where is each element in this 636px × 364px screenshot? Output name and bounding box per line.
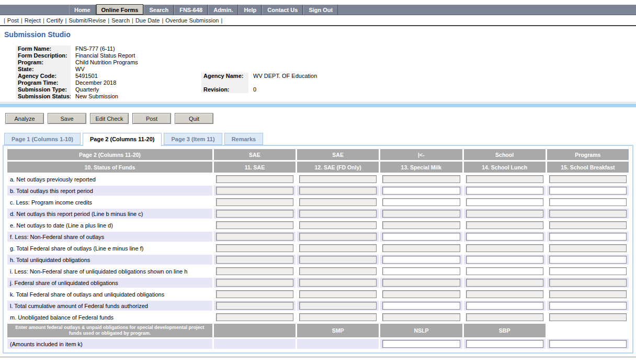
nav-online-forms[interactable]: Online Forms [96,4,144,15]
cell-a-11 [214,174,296,184]
table-row: c. Less: Program income credits [7,197,629,207]
cell-l-13 [380,301,462,311]
column-group-header-label: Page 2 (Columns 11-20) [7,149,212,160]
input-c-11 [216,198,293,206]
nav-contact-us[interactable]: Contact Us [262,5,303,15]
input-c-15[interactable] [549,198,627,206]
menu-submit-revise[interactable]: Submit/Revise [69,17,106,24]
column-header-sbp: SBP [464,324,546,337]
tab-page-3-item-11[interactable]: Page 3 (Item 11) [164,133,222,145]
cell-f-13 [380,232,462,242]
quit-button[interactable]: Quit [175,113,213,124]
input-c-13[interactable] [382,198,460,206]
cell-d-13 [380,209,462,219]
input-f-14[interactable] [466,233,543,241]
input-e-13 [382,221,460,229]
input-k-14 [466,290,543,298]
details-table: Form Name:FNS-777 (6-11)Form Description… [16,46,617,100]
detail-value-empty [248,79,617,86]
column-group-header-col3: |<- [380,149,462,160]
nav-help[interactable]: Help [238,5,262,15]
menu-certify[interactable]: Certify [47,17,63,24]
save-button[interactable]: Save [48,113,86,124]
input-h-13[interactable] [382,256,460,264]
cell-e-14 [464,220,546,230]
menu-reject[interactable]: Reject [25,17,41,24]
input-amounts-smp[interactable] [382,340,460,348]
row-label-i: i. Less: Non-Federal share of unliquidat… [7,266,212,276]
input-e-11 [216,221,293,229]
tab-page-1-columns-1-10[interactable]: Page 1 (Columns 1-10) [4,133,81,145]
cell-b-13 [380,186,462,196]
edit-check-button[interactable]: Edit Check [90,113,129,124]
input-amounts-sbp[interactable] [549,340,627,348]
tab-panel: Page 2 (Columns 11-20)SAESAE|<-SchoolPro… [3,145,633,354]
cell-l-12 [297,301,379,311]
detail-row: Form Name:FNS-777 (6-11) [16,46,617,52]
menu-overdue-submission[interactable]: Overdue Submission [165,17,219,24]
cell-i-15 [547,266,629,276]
input-amounts-nslp[interactable] [466,340,543,348]
column-header-col2: 12. SAE (FD Only) [297,162,379,173]
input-j-14 [466,279,543,287]
input-f-13[interactable] [382,233,460,241]
input-f-15[interactable] [549,233,627,241]
table-row: e. Net outlays to date (Line a plus line… [7,220,629,230]
tab-page-2-columns-11-20[interactable]: Page 2 (Columns 11-20) [83,133,162,146]
cell-f-14 [464,232,546,242]
tab-bar: Page 1 (Columns 1-10)Page 2 (Columns 11-… [4,133,636,145]
input-e-15 [549,221,627,229]
cell-g-14 [464,243,546,253]
input-j-12 [299,279,377,287]
top-nav: HomeOnline FormsSearchFNS-648Admin.HelpC… [0,5,636,15]
cell-l-15 [547,301,629,311]
cell-amounts-nslp [464,339,546,349]
detail-label-agency-name: Agency Name: [201,73,248,79]
input-l-13[interactable] [382,302,460,310]
tab-remarks[interactable]: Remarks [224,133,263,145]
input-i-15[interactable] [549,267,627,275]
column-header-col1: 11. SAE [214,162,296,173]
input-h-15[interactable] [549,256,627,264]
cell-l-11 [214,301,296,311]
table-row: a. Net outlays previously reported [7,174,629,184]
input-h-14[interactable] [466,256,543,264]
column-header-label: 10. Status of Funds [7,162,212,173]
analyze-button[interactable]: Analyze [5,113,44,124]
menu-due-date[interactable]: Due Date [135,17,160,24]
detail-label-revision: Revision: [201,86,248,93]
input-b-13[interactable] [382,187,460,195]
input-a-14 [466,175,543,183]
cell-g-15 [547,243,629,253]
toolbar: AnalyzeSaveEdit CheckPostQuit [5,113,636,124]
cell-f-12 [297,232,379,242]
nav-home[interactable]: Home [69,5,96,15]
detail-row: Submission Status:New Submission [16,93,617,100]
nav-admin[interactable]: Admin. [208,5,238,15]
header-row: 10. Status of Funds11. SAE12. SAE (FD On… [7,162,629,173]
input-c-14[interactable] [466,198,543,206]
page-title: Submission Studio [4,30,636,39]
row-label-b: b. Total outlays this report period [7,186,212,196]
nav-fns-648[interactable]: FNS-648 [174,5,208,15]
input-l-15[interactable] [549,302,627,310]
menu-post[interactable]: Post [7,17,19,24]
input-l-14[interactable] [466,302,543,310]
input-i-13[interactable] [382,267,460,275]
cell-b-14 [464,186,546,196]
input-b-14[interactable] [466,187,543,195]
input-k-11 [216,290,293,298]
input-i-14[interactable] [466,267,543,275]
cell-a-15 [547,174,629,184]
menu-search[interactable]: Search [111,17,130,24]
cell-l-14 [464,301,546,311]
special-instruction-header: Enter amount federal outlays & unpaid ob… [7,324,212,337]
input-b-15[interactable] [549,187,627,195]
cell-c-11 [214,197,296,207]
post-button[interactable]: Post [132,113,171,124]
input-l-11 [216,302,293,310]
input-d-13 [382,210,460,218]
nav-search[interactable]: Search [144,5,174,15]
nav-sign-out[interactable]: Sign Out [303,5,338,15]
table-row: j. Federal share of unliquidated obligat… [7,278,629,288]
